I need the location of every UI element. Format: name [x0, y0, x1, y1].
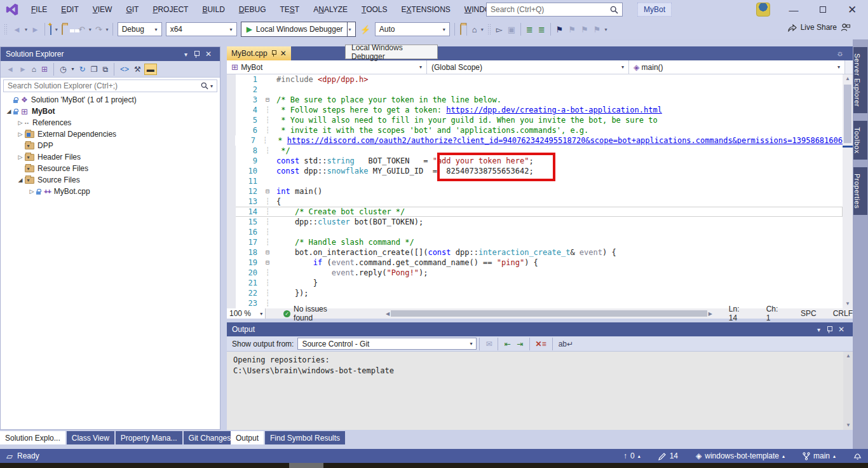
pin-icon[interactable]: [194, 51, 199, 58]
hscroll-right-icon[interactable]: ▶: [709, 311, 712, 317]
health-check-icon[interactable]: ✓: [283, 310, 290, 317]
editor-vertical-scrollbar[interactable]: ▲ ▼: [843, 74, 853, 308]
close-icon[interactable]: ✕: [202, 50, 215, 59]
breakpoint-margin[interactable]: [227, 288, 236, 298]
forward-icon[interactable]: ►: [17, 64, 29, 74]
tree-item-mybot[interactable]: ◢⊞MyBot: [1, 106, 220, 117]
breakpoint-margin[interactable]: [227, 186, 236, 196]
menu-project[interactable]: PROJECT: [146, 3, 195, 17]
filter-caret-icon[interactable]: ▾: [70, 65, 76, 72]
home-icon[interactable]: ⌂: [470, 23, 480, 36]
side-tab-server-explorer[interactable]: Server Explorer: [853, 47, 867, 113]
scrollbar-thumb[interactable]: [844, 85, 851, 143]
breakpoint-margin[interactable]: [227, 125, 236, 135]
dropdown-caret-icon[interactable]: ▾: [105, 27, 110, 32]
quick-search-box[interactable]: Search (Ctrl+Q): [486, 3, 623, 17]
breakpoint-margin[interactable]: [227, 207, 236, 217]
collapse-arrow-icon[interactable]: ◢: [4, 108, 13, 114]
code-line-1[interactable]: 1#include <dpp/dpp.h>: [227, 74, 843, 85]
close-tab-icon[interactable]: ✕: [280, 49, 287, 58]
scroll-up-icon[interactable]: ▲: [843, 74, 853, 83]
breakpoint-margin[interactable]: [227, 176, 236, 186]
tree-item-source-files[interactable]: ◢Source Files: [1, 174, 220, 186]
decrease-indent-icon[interactable]: ≣: [524, 23, 536, 36]
scroll-down-icon[interactable]: ▼: [843, 421, 853, 430]
hscroll-left-icon[interactable]: ◀: [386, 311, 390, 317]
menu-build[interactable]: BUILD: [195, 3, 231, 17]
expand-arrow-icon[interactable]: ▷: [16, 131, 25, 137]
clear-all-icon[interactable]: ✕≡: [532, 340, 550, 348]
code-line-12[interactable]: 12⊟int main(): [227, 186, 843, 196]
split-editor-handle[interactable]: [845, 60, 853, 74]
fold-collapse-icon[interactable]: ⊟: [259, 247, 276, 258]
tree-item-external-dependencies[interactable]: ▷External Dependencies: [1, 128, 220, 140]
scroll-up-icon[interactable]: ▲: [843, 352, 853, 361]
home-icon[interactable]: ⌂: [30, 64, 38, 74]
pending-changes-filter-icon[interactable]: ◷: [58, 64, 68, 74]
code-line-3[interactable]: 3⊟/* Be sure to place your token in the …: [227, 95, 843, 105]
code-line-21[interactable]: 21┆ }: [227, 278, 843, 288]
breakpoint-margin[interactable]: [227, 74, 236, 85]
nav-forward-icon[interactable]: ►: [29, 23, 42, 36]
breakpoint-margin[interactable]: [227, 105, 236, 115]
pin-tab-icon[interactable]: [271, 50, 276, 57]
settings-gear-icon[interactable]: ☼: [836, 48, 844, 58]
nav-member-dropdown[interactable]: ◈ main()▾: [629, 60, 845, 74]
fold-collapse-icon[interactable]: ⊟: [259, 258, 276, 268]
tree-item-solution-mybot-1-of-1-project-[interactable]: ❖Solution 'MyBot' (1 of 1 project): [1, 94, 220, 106]
scroll-down-icon[interactable]: ▼: [843, 299, 853, 308]
output-vertical-scrollbar[interactable]: ▲ ▼: [843, 352, 853, 430]
code-line-17[interactable]: 17┆ /* Handle slash command */: [227, 237, 843, 247]
notifications[interactable]: [853, 451, 862, 460]
breakpoint-margin[interactable]: [227, 298, 236, 308]
word-wrap-icon[interactable]: ab↵: [555, 340, 576, 348]
dropdown-caret-icon[interactable]: ▾: [480, 27, 485, 32]
output-source-dropdown[interactable]: Source Control - Git▾: [297, 338, 477, 350]
dropdown-caret-icon[interactable]: ▾: [348, 27, 353, 32]
code-line-16[interactable]: 16┆: [227, 227, 843, 237]
incoming-commits[interactable]: ↑ 0 ▴: [623, 451, 641, 460]
toolbar-grip[interactable]: [4, 24, 8, 35]
hot-reload-flame-icon[interactable]: ⚡: [358, 23, 373, 36]
panel-tab-find-symbol-results[interactable]: Find Symbol Results: [265, 431, 345, 444]
menu-view[interactable]: VIEW: [86, 3, 119, 17]
dropdown-caret-icon[interactable]: ▾: [603, 27, 608, 32]
platform-dropdown[interactable]: x64▾: [166, 22, 237, 36]
fold-collapse-icon[interactable]: ⊟: [259, 95, 276, 105]
nav-scope-dropdown[interactable]: (Global Scope)▾: [427, 60, 629, 74]
code-editor[interactable]: 1#include <dpp/dpp.h>23⊟/* Be sure to pl…: [227, 74, 843, 308]
code-line-20[interactable]: 20┆ event.reply("Pong!");: [227, 268, 843, 278]
copy-path-icon[interactable]: ⧉: [100, 64, 110, 74]
tree-item-mybot-cpp[interactable]: ▷++MyBot.cpp: [1, 186, 220, 197]
breakpoint-margin[interactable]: [227, 95, 236, 105]
code-line-14[interactable]: 14┆ /* Create bot cluster */: [227, 207, 843, 217]
dropdown-caret-icon[interactable]: ▾: [24, 27, 29, 32]
code-line-22[interactable]: 22┆ });: [227, 288, 843, 298]
breakpoint-margin[interactable]: [227, 268, 236, 278]
tool-tab-class-view[interactable]: Class View: [67, 431, 114, 444]
breakpoint-margin[interactable]: [227, 227, 236, 237]
breakpoint-margin[interactable]: [227, 85, 236, 95]
menu-edit[interactable]: EDIT: [54, 3, 85, 17]
menu-git[interactable]: GIT: [119, 3, 146, 17]
tool-tab-property-mana-[interactable]: Property Mana...: [116, 431, 182, 444]
feedback-project-chip[interactable]: MyBot: [637, 3, 672, 17]
next-message-icon[interactable]: ⇥: [514, 340, 527, 348]
copy-disabled-icon[interactable]: ▣: [505, 23, 518, 36]
nav-project-dropdown[interactable]: ⊞ MyBot▾: [227, 60, 427, 74]
code-line-18[interactable]: 18⊟ bot.on_interaction_create([](const d…: [227, 247, 843, 258]
back-icon[interactable]: ◄: [4, 64, 16, 74]
code-line-5[interactable]: 5┆ * You will also need to fill in your …: [227, 115, 843, 125]
user-avatar[interactable]: [756, 3, 770, 17]
panel-tab-output[interactable]: Output: [231, 431, 264, 444]
breakpoint-margin[interactable]: [227, 115, 236, 125]
menu-file[interactable]: FILE: [24, 3, 54, 17]
next-bookmark-icon[interactable]: ⚑: [578, 23, 591, 36]
refresh-icon[interactable]: ↻: [78, 64, 88, 74]
tool-tab-git-changes[interactable]: Git Changes: [184, 431, 236, 444]
code-line-15[interactable]: 15┆ dpp::cluster bot(BOT_TOKEN);: [227, 217, 843, 227]
attach-to-process-icon[interactable]: ▻: [494, 23, 505, 36]
breakpoint-margin[interactable]: [227, 146, 236, 156]
hscroll-thumb[interactable]: [391, 310, 707, 317]
increase-indent-icon[interactable]: ≣: [536, 23, 548, 36]
